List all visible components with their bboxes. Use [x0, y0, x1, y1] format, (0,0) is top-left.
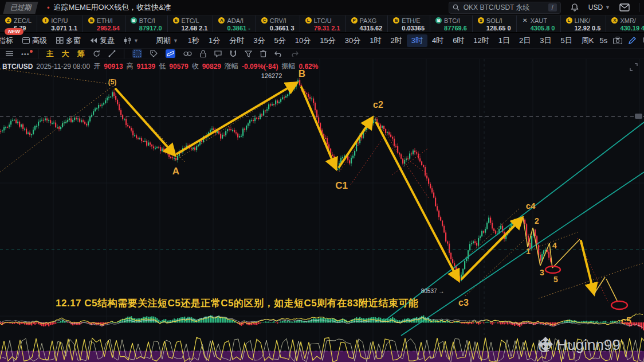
candle-body — [127, 125, 128, 126]
ticker-item-soll[interactable]: SSOL/l128.65 0 — [473, 15, 517, 32]
candle-body — [299, 80, 300, 85]
timeframe-分时[interactable]: 分时 — [225, 34, 249, 47]
ticker-item-ltcu[interactable]: LLTC/U79.31 2.1 — [300, 15, 346, 32]
ticker-item-xmr[interactable]: XXMR/430.19 4 — [606, 15, 644, 32]
candle-body — [543, 250, 544, 254]
tag-icon[interactable] — [150, 50, 158, 57]
timeframe-3日[interactable]: 3日 — [535, 34, 556, 47]
ticker-value: 0.3661 3 — [261, 25, 294, 32]
ticker-item-ethe[interactable]: EETH/E0.03365 — [388, 15, 430, 32]
main-chart-button[interactable]: 主 — [46, 49, 54, 59]
macd-bar — [454, 322, 455, 322]
ticker-item-btcl[interactable]: BBTC/l87769.6 — [430, 15, 473, 32]
chart-type-dropdown[interactable]: ▼ — [120, 36, 143, 46]
coin-icon: E — [393, 17, 399, 24]
macd-bar — [294, 321, 295, 322]
wave-label: c2 — [373, 100, 383, 110]
bell-icon[interactable] — [570, 3, 579, 12]
grid-icon — [56, 37, 64, 44]
candle-body — [241, 136, 242, 137]
timeframe-4时[interactable]: 4时 — [427, 34, 448, 47]
macd-bar — [160, 321, 161, 323]
trash-icon[interactable] — [260, 50, 266, 57]
camera-icon[interactable] — [613, 37, 622, 44]
multi-window-button[interactable]: 多窗 — [52, 34, 85, 48]
note-icon[interactable] — [214, 50, 222, 57]
timeframe-1日[interactable]: 1日 — [494, 34, 515, 47]
timeframe-3分[interactable]: 3分 — [249, 34, 269, 47]
candle-body — [244, 129, 245, 130]
dashed-line-handle[interactable] — [635, 114, 642, 119]
timeframe-1分[interactable]: 1分 — [204, 34, 225, 47]
macd-bar — [471, 322, 472, 324]
candle-body — [22, 124, 23, 129]
timeframe-10分[interactable]: 10分 — [290, 34, 315, 47]
timeframe-2日[interactable]: 2日 — [515, 34, 535, 47]
big-chart-button[interactable]: 大 — [62, 49, 69, 59]
candle-body — [131, 128, 132, 131]
period-dropdown[interactable]: 周期▼ — [152, 34, 182, 48]
dotted-trendline — [0, 69, 113, 84]
timeframe-1秒[interactable]: 1秒 — [183, 34, 204, 47]
replay-button[interactable]: 复盘 — [86, 34, 119, 48]
refresh-icon[interactable] — [93, 50, 100, 57]
expired-badge: 已过期 — [3, 2, 38, 14]
candle-body — [38, 122, 39, 126]
candle-body — [333, 156, 335, 161]
macd-bar — [34, 322, 36, 325]
macd-bar — [148, 317, 149, 322]
currency-dropdown[interactable]: USD ▼ — [588, 3, 610, 11]
speed-label[interactable]: 5s — [599, 36, 607, 45]
timeframe-3时[interactable]: 3时 — [407, 34, 427, 47]
macd-bar — [552, 322, 553, 326]
macd-bar — [356, 317, 357, 323]
filter-icon[interactable] — [245, 50, 252, 57]
macd-bar — [638, 322, 639, 326]
lock-icon[interactable] — [200, 50, 206, 57]
timeframe-5分[interactable]: 5分 — [270, 34, 290, 47]
timeframe-30分[interactable]: 30分 — [340, 34, 365, 47]
ticker-item-link[interactable]: LLINK/12.92 0.5 — [561, 15, 607, 32]
trendline-icon[interactable] — [108, 50, 116, 57]
ticker-item-ethl[interactable]: EETH/l2952.54 — [83, 15, 125, 32]
ticker-item-etcl[interactable]: EETC/L12.68 2.1 — [168, 15, 214, 32]
draw-pencil-icon[interactable] — [628, 36, 637, 45]
timeframe-15分[interactable]: 15分 — [315, 34, 340, 47]
timeframe-6时[interactable]: 6时 — [448, 34, 469, 47]
candle-body — [409, 154, 410, 159]
coin-icon: A — [218, 17, 225, 24]
measure-tool-icon[interactable] — [166, 49, 175, 58]
timeframe-5日[interactable]: 5日 — [556, 34, 577, 47]
candle-body — [72, 120, 73, 122]
chart-area[interactable]: (5)B126272AC1c2c380537 →c421435c5 BTC/US… — [0, 59, 644, 362]
ticker-item-paxg[interactable]: PPAXG4315.62 — [346, 15, 388, 32]
promo-message[interactable]: 追踪MEME用OKX钱包，收益快&准 — [54, 2, 171, 13]
ticker-symbol: ZEC/L — [14, 17, 32, 24]
candle-body — [351, 158, 352, 164]
advanced-button[interactable]: 高级 — [18, 34, 51, 48]
magnet-icon[interactable] — [230, 50, 237, 57]
candle-body — [273, 104, 274, 106]
ticker-item-xaut[interactable]: ✕XAUT4305.8 0 — [517, 15, 561, 32]
ticker-item-icpu[interactable]: IICP/U3.071 1.1 — [37, 15, 83, 32]
redo-icon[interactable] — [290, 51, 299, 57]
symbol-search-input[interactable]: OKX BTC/USDT 永续 / — [449, 2, 561, 14]
link-icon[interactable] — [183, 51, 192, 56]
chevron-down-icon: ▼ — [133, 38, 139, 44]
candle-body — [388, 132, 390, 134]
mail-icon[interactable] — [619, 3, 630, 11]
timeframe-2时[interactable]: 2时 — [386, 34, 406, 47]
menu-icon[interactable] — [6, 51, 13, 56]
timeframe-1时[interactable]: 1时 — [365, 34, 386, 47]
timeframe-周K[interactable]: 周K — [577, 34, 599, 47]
ticker-item-crvl[interactable]: CCRV/l0.3661 3 — [256, 15, 300, 32]
more-tools-button[interactable]: ••• — [21, 50, 30, 57]
chips-button[interactable]: 筹 — [77, 49, 85, 59]
timeframe-12时[interactable]: 12时 — [469, 34, 493, 47]
ticker-item-btcl[interactable]: BBTC/l87917.0 — [125, 15, 168, 32]
indicators-button[interactable]: 指标 — [0, 34, 17, 48]
selection-tool-icon[interactable] — [132, 49, 142, 58]
undo-icon[interactable] — [274, 51, 282, 57]
chart-canvas[interactable]: (5)B126272AC1c2c380537 →c421435c5 — [0, 59, 644, 362]
ticker-item-adal[interactable]: AADA/l0.3861 - — [213, 15, 256, 32]
